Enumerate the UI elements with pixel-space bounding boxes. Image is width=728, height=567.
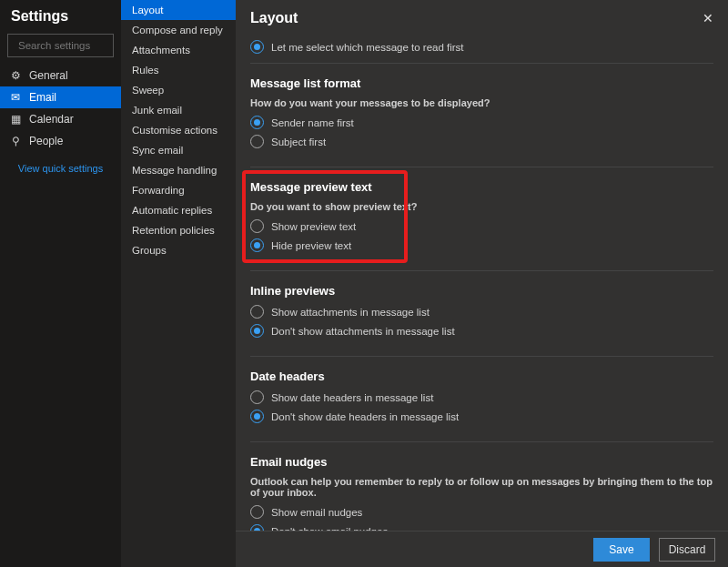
section-desc: How do you want your messages to be disp… bbox=[250, 97, 713, 108]
section-title: Inline previews bbox=[250, 284, 713, 298]
settings-subnav: LayoutCompose and replyAttachmentsRulesS… bbox=[121, 0, 236, 567]
radio-icon bbox=[250, 505, 264, 519]
radio-date-headers-0[interactable]: Show date headers in message list bbox=[250, 390, 713, 404]
search-settings-field[interactable] bbox=[7, 34, 114, 57]
subnav-item-sync-email[interactable]: Sync email bbox=[121, 140, 236, 160]
section-desc: Do you want to show preview text? bbox=[250, 201, 713, 212]
save-button[interactable]: Save bbox=[593, 538, 650, 562]
radio-message-preview-text-0[interactable]: Show preview text bbox=[250, 219, 713, 233]
close-button[interactable]: ✕ bbox=[699, 7, 717, 29]
radio-icon bbox=[250, 135, 264, 148]
radio-icon bbox=[250, 410, 264, 423]
radio-label: Hide preview text bbox=[271, 240, 351, 251]
radio-icon bbox=[250, 219, 264, 233]
radio-icon bbox=[250, 324, 264, 338]
radio-date-headers-1[interactable]: Don't show date headers in message list bbox=[250, 410, 713, 423]
subnav-item-retention-policies[interactable]: Retention policies bbox=[121, 220, 236, 240]
gear-icon: ⚙ bbox=[9, 69, 22, 82]
radio-email-nudges-0[interactable]: Show email nudges bbox=[250, 505, 713, 519]
discard-button[interactable]: Discard bbox=[659, 538, 715, 562]
section-inline-previews: Inline previewsShow attachments in messa… bbox=[250, 271, 713, 357]
settings-title: Settings bbox=[0, 0, 121, 30]
radio-label: Let me select which message to read firs… bbox=[271, 42, 464, 53]
radio-label: Sender name first bbox=[271, 117, 354, 128]
radio-label: Show attachments in message list bbox=[271, 307, 430, 318]
nav-item-email[interactable]: ✉Email bbox=[0, 86, 121, 108]
radio-icon bbox=[250, 238, 264, 252]
footer-bar: Save Discard bbox=[236, 531, 728, 567]
section-title: Message list format bbox=[250, 76, 713, 90]
section-title: Message preview text bbox=[250, 180, 713, 194]
page-title: Layout bbox=[250, 10, 298, 26]
section-message-list-format: Message list formatHow do you want your … bbox=[250, 64, 713, 167]
settings-sidebar: Settings ⚙General✉Email▦Calendar⚲People … bbox=[0, 0, 121, 567]
radio-inline-previews-1[interactable]: Don't show attachments in message list bbox=[250, 324, 713, 338]
subnav-item-sweep[interactable]: Sweep bbox=[121, 80, 236, 100]
settings-content: Layout ✕ Let me select which message to … bbox=[236, 0, 728, 567]
subnav-item-customise-actions[interactable]: Customise actions bbox=[121, 120, 236, 140]
radio-message-list-format-0[interactable]: Sender name first bbox=[250, 116, 713, 129]
subnav-item-compose-and-reply[interactable]: Compose and reply bbox=[121, 20, 236, 40]
nav-item-general[interactable]: ⚙General bbox=[0, 65, 121, 86]
radio-icon bbox=[250, 116, 264, 129]
subnav-item-automatic-replies[interactable]: Automatic replies bbox=[121, 200, 236, 220]
section-date-headers: Date headersShow date headers in message… bbox=[250, 357, 713, 442]
subnav-item-layout[interactable]: Layout bbox=[121, 0, 236, 20]
nav-item-calendar[interactable]: ▦Calendar bbox=[0, 108, 121, 130]
section-message-preview-text: Message preview textDo you want to show … bbox=[250, 167, 713, 271]
radio-inline-previews-0[interactable]: Show attachments in message list bbox=[250, 305, 713, 319]
nav-label: Calendar bbox=[29, 113, 74, 126]
nav-item-people[interactable]: ⚲People bbox=[0, 130, 121, 152]
radio-icon bbox=[250, 305, 264, 319]
view-quick-settings-link[interactable]: View quick settings bbox=[0, 152, 121, 174]
people-icon: ⚲ bbox=[9, 135, 22, 147]
nav-label: Email bbox=[29, 91, 56, 104]
radio-icon bbox=[250, 40, 264, 54]
radio-icon bbox=[250, 390, 264, 404]
mail-icon: ✉ bbox=[9, 91, 22, 104]
subnav-item-message-handling[interactable]: Message handling bbox=[121, 160, 236, 180]
radio-label: Show email nudges bbox=[271, 507, 362, 518]
subnav-item-attachments[interactable]: Attachments bbox=[121, 40, 236, 60]
radio-label: Show preview text bbox=[271, 221, 356, 232]
radio-label: Subject first bbox=[271, 137, 326, 147]
radio-message-list-format-1[interactable]: Subject first bbox=[250, 135, 713, 148]
nav-label: General bbox=[29, 69, 68, 82]
calendar-icon: ▦ bbox=[9, 113, 22, 126]
radio-label: Don't show attachments in message list bbox=[271, 326, 455, 337]
nav-label: People bbox=[29, 135, 63, 147]
section-desc: Outlook can help you remember to reply t… bbox=[250, 476, 713, 498]
section-title: Email nudges bbox=[250, 455, 713, 469]
radio-label: Don't show date headers in message list bbox=[271, 411, 459, 422]
section-title: Date headers bbox=[250, 370, 713, 383]
subnav-item-rules[interactable]: Rules bbox=[121, 60, 236, 80]
radio-let-me-select[interactable]: Let me select which message to read firs… bbox=[250, 40, 713, 54]
subnav-item-forwarding[interactable]: Forwarding bbox=[121, 180, 236, 200]
radio-label: Show date headers in message list bbox=[271, 392, 433, 403]
subnav-item-groups[interactable]: Groups bbox=[121, 240, 236, 260]
radio-message-preview-text-1[interactable]: Hide preview text bbox=[250, 238, 713, 252]
subnav-item-junk-email[interactable]: Junk email bbox=[121, 100, 236, 120]
